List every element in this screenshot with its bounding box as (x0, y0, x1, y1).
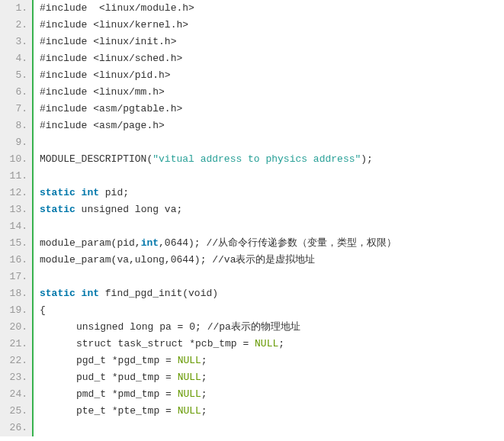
line-number: 14. (0, 218, 27, 235)
code-token: NULL (255, 338, 278, 349)
line-number: 21. (0, 336, 27, 352)
code-token: #include <asm/pgtable.h> (40, 103, 182, 114)
code-line: pgd_t *pgd_tmp = NULL; (40, 352, 504, 369)
line-number: 8. (0, 117, 27, 134)
code-token: unsigned long va; (75, 204, 182, 215)
code-token: static int (40, 288, 99, 299)
line-number: 16. (0, 252, 27, 269)
code-token (40, 220, 46, 232)
code-line: #include <linux/sched.h> (40, 50, 504, 67)
line-number: 19. (0, 302, 27, 319)
line-number: 15. (0, 235, 27, 252)
code-area[interactable]: #include <linux/module.h>#include <linux… (34, 0, 504, 436)
line-number: 17. (0, 269, 27, 285)
code-token (40, 422, 46, 433)
line-number: 2. (0, 17, 27, 34)
code-token: NULL (178, 388, 201, 400)
line-number: 11. (0, 168, 27, 185)
code-token: #include <linux/init.h> (40, 36, 176, 47)
code-token: NULL (178, 372, 201, 383)
line-number: 24. (0, 386, 27, 403)
code-token: ,0644); //从命令行传递参数（变量，类型，权限） (159, 237, 396, 249)
code-token: int (141, 237, 159, 249)
code-line: pte_t *pte_tmp = NULL; (40, 403, 504, 420)
line-number: 6. (0, 84, 27, 101)
code-token: static (40, 204, 75, 215)
code-token: NULL (178, 405, 201, 417)
code-token: unsigned long pa = 0; //pa表示的物理地址 (76, 321, 300, 333)
code-line (40, 420, 504, 436)
line-number: 5. (0, 67, 27, 84)
code-token: pud_t *pud_tmp = (76, 372, 178, 383)
code-line: #include <linux/module.h> (40, 0, 504, 17)
code-token: pte_t *pte_tmp = (76, 405, 178, 417)
code-line: #include <linux/kernel.h> (40, 17, 504, 34)
code-token: NULL (178, 355, 201, 366)
line-number: 13. (0, 201, 27, 218)
code-token: ); (361, 153, 373, 165)
line-number: 12. (0, 185, 27, 201)
code-line: static int pid; (40, 185, 504, 201)
code-token: module_param(va,ulong,0644); //va表示的是虚拟地… (40, 254, 315, 266)
code-token (40, 137, 46, 148)
line-number: 9. (0, 134, 27, 151)
line-number: 4. (0, 50, 27, 67)
code-token: find_pgd_init(void) (99, 288, 218, 299)
line-number: 26. (0, 420, 27, 436)
code-line (40, 218, 504, 235)
code-line: pmd_t *pmd_tmp = NULL; (40, 386, 504, 403)
code-token: #include <asm/page.h> (40, 120, 165, 131)
code-token: #include <linux/kernel.h> (40, 19, 188, 31)
code-token (40, 170, 46, 182)
code-token: struct task_struct *pcb_tmp = (76, 338, 255, 349)
code-token: ; (278, 338, 284, 349)
code-line: struct task_struct *pcb_tmp = NULL; (40, 336, 504, 352)
line-number: 23. (0, 369, 27, 386)
code-line: #include <asm/page.h> (40, 117, 504, 134)
line-number: 20. (0, 319, 27, 336)
code-line (40, 134, 504, 151)
code-editor: 1.2.3.4.5.6.7.8.9.10.11.12.13.14.15.16.1… (0, 0, 504, 436)
code-line: static int find_pgd_init(void) (40, 285, 504, 302)
code-token (40, 271, 46, 282)
code-line: #include <linux/init.h> (40, 34, 504, 50)
code-token: ; (201, 355, 207, 366)
code-line (40, 269, 504, 285)
code-line: unsigned long pa = 0; //pa表示的物理地址 (40, 319, 504, 336)
code-line: #include <asm/pgtable.h> (40, 101, 504, 117)
code-line: module_param(pid,int,0644); //从命令行传递参数（变… (40, 235, 504, 252)
code-token: module_param(pid, (40, 237, 141, 249)
code-line: MODULE_DESCRIPTION("vitual address to ph… (40, 151, 504, 168)
code-token: #include <linux/module.h> (40, 2, 194, 14)
code-token: { (40, 304, 46, 316)
line-number: 1. (0, 0, 27, 17)
code-token: ; (201, 372, 207, 383)
code-token: ; (201, 388, 207, 400)
line-number: 3. (0, 34, 27, 50)
line-number: 7. (0, 101, 27, 117)
code-token: "vitual address to physics address" (152, 153, 361, 165)
line-number-gutter: 1.2.3.4.5.6.7.8.9.10.11.12.13.14.15.16.1… (0, 0, 34, 436)
code-line: pud_t *pud_tmp = NULL; (40, 369, 504, 386)
code-token: #include <linux/mm.h> (40, 86, 165, 98)
code-line: module_param(va,ulong,0644); //va表示的是虚拟地… (40, 252, 504, 269)
line-number: 18. (0, 285, 27, 302)
code-token: pmd_t *pmd_tmp = (76, 388, 178, 400)
code-token: #include <linux/pid.h> (40, 69, 171, 81)
code-token: static int (40, 187, 99, 198)
line-number: 22. (0, 352, 27, 369)
code-token: #include <linux/sched.h> (40, 53, 182, 64)
line-number: 25. (0, 403, 27, 420)
code-line: { (40, 302, 504, 319)
code-token: pid; (99, 187, 129, 198)
code-line: #include <linux/pid.h> (40, 67, 504, 84)
line-number: 10. (0, 151, 27, 168)
code-token: MODULE_DESCRIPTION( (40, 153, 152, 165)
code-line (40, 168, 504, 185)
code-token: pgd_t *pgd_tmp = (76, 355, 178, 366)
code-token: ; (201, 405, 207, 417)
code-line: static unsigned long va; (40, 201, 504, 218)
code-line: #include <linux/mm.h> (40, 84, 504, 101)
